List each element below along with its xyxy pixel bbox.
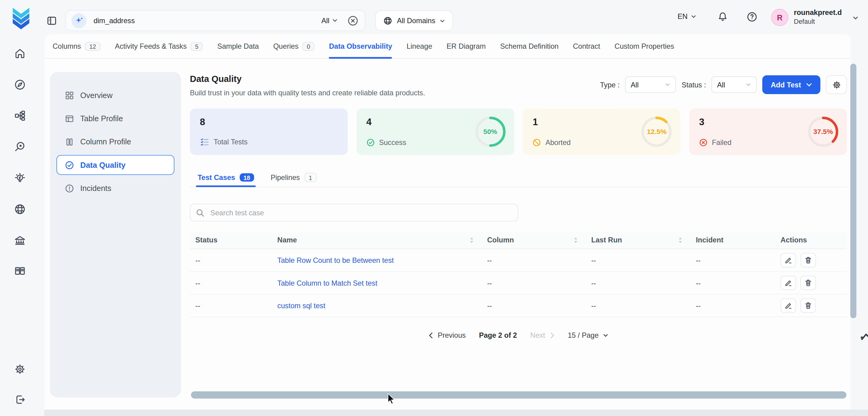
sidebar-toggle-icon[interactable] bbox=[46, 15, 57, 26]
help-icon[interactable] bbox=[747, 11, 757, 22]
test-cases-count-badge: 18 bbox=[239, 173, 254, 182]
sort-icon[interactable] bbox=[678, 236, 683, 243]
logout-icon[interactable] bbox=[14, 393, 26, 406]
search-icon bbox=[196, 208, 204, 217]
insights-icon[interactable] bbox=[14, 172, 26, 184]
user-avatar[interactable]: R bbox=[771, 9, 788, 26]
left-navigation-rail bbox=[0, 34, 40, 416]
sidenav-item-incidents[interactable]: Incidents bbox=[56, 178, 174, 198]
sidenav-item-data-quality[interactable]: Data Quality bbox=[56, 155, 174, 175]
glossary-icon[interactable] bbox=[14, 265, 26, 278]
top-bar: dim_address All All Domains EN bbox=[0, 0, 868, 34]
type-filter-label: Type : bbox=[600, 81, 619, 89]
horizontal-scrollbar[interactable] bbox=[191, 391, 846, 398]
table-icon bbox=[65, 114, 74, 123]
tab-contract[interactable]: Contract bbox=[573, 34, 600, 58]
edit-button[interactable] bbox=[781, 276, 796, 290]
tab-queries[interactable]: Queries0 bbox=[273, 34, 315, 58]
home-icon[interactable] bbox=[14, 47, 26, 60]
user-menu[interactable]: rounakpreet.d Default bbox=[794, 8, 842, 26]
test-case-link[interactable]: Table Column to Match Set test bbox=[277, 279, 377, 287]
clear-search-icon[interactable] bbox=[347, 15, 358, 26]
failed-card: 3 Failed 37.5% bbox=[689, 108, 847, 155]
type-filter-select[interactable]: All bbox=[625, 76, 676, 93]
test-case-link[interactable]: custom sql test bbox=[277, 301, 326, 310]
entity-page-card: Columns12 Activity Feeds & Tasks5 Sample… bbox=[44, 34, 850, 416]
pencil-icon bbox=[784, 302, 792, 310]
success-gauge: 50% bbox=[474, 116, 506, 148]
pencil-icon bbox=[784, 279, 792, 287]
sort-icon[interactable] bbox=[469, 236, 474, 243]
test-cases-table: Status Name Column Last Run Incident Act… bbox=[190, 231, 847, 317]
data-assets-icon[interactable] bbox=[14, 109, 26, 122]
chevron-down-icon bbox=[603, 332, 609, 338]
language-selector[interactable]: EN bbox=[678, 12, 696, 21]
tab-test-cases[interactable]: Test Cases 18 bbox=[198, 168, 254, 187]
test-list-tabs: Test Cases 18 Pipelines 1 bbox=[190, 168, 847, 187]
chevron-down-icon bbox=[806, 82, 812, 87]
all-domains-button[interactable]: All Domains bbox=[375, 11, 453, 31]
observability-side-nav: Overview Table Profile Column Profile Da… bbox=[50, 72, 181, 397]
status-filter-select[interactable]: All bbox=[711, 76, 757, 93]
search-scope-dropdown[interactable]: All bbox=[321, 17, 338, 25]
chevron-down-icon bbox=[665, 82, 670, 87]
notifications-bell-icon[interactable] bbox=[717, 11, 728, 22]
col-name: Name bbox=[272, 236, 482, 244]
settings-gear-button[interactable] bbox=[826, 75, 847, 94]
failed-x-icon bbox=[699, 138, 708, 147]
sidenav-item-table-profile[interactable]: Table Profile bbox=[56, 108, 174, 128]
success-card: 4 Success 50% bbox=[356, 108, 514, 155]
aborted-card: 1 Aborted 12.5% bbox=[523, 108, 680, 155]
table-row: -- Table Column to Match Set test -- -- … bbox=[190, 271, 847, 294]
explore-icon[interactable] bbox=[14, 78, 26, 91]
chevron-down-icon bbox=[332, 18, 338, 23]
domains-icon[interactable] bbox=[14, 203, 26, 215]
vertical-scrollbar[interactable] bbox=[850, 64, 857, 318]
columns-icon bbox=[65, 137, 74, 147]
search-test-case-input[interactable] bbox=[209, 208, 512, 218]
data-quality-content: Data Quality Build trust in your data wi… bbox=[190, 74, 847, 340]
aborted-slash-icon bbox=[533, 138, 541, 147]
sort-icon[interactable] bbox=[574, 236, 578, 243]
delete-button[interactable] bbox=[800, 253, 816, 267]
page-size-select[interactable]: 15 / Page bbox=[568, 331, 609, 339]
settings-icon[interactable] bbox=[14, 363, 26, 375]
col-column: Column bbox=[482, 236, 586, 244]
next-page-button[interactable]: Next bbox=[530, 331, 554, 339]
total-tests-card: 8 Total Tests bbox=[190, 108, 347, 155]
trash-icon bbox=[804, 279, 812, 287]
openmetadata-logo-icon[interactable] bbox=[11, 7, 31, 30]
governance-icon[interactable] bbox=[14, 235, 26, 247]
delete-button[interactable] bbox=[800, 276, 816, 290]
chevron-down-icon bbox=[691, 14, 696, 19]
test-case-link[interactable]: Table Row Count to be Between test bbox=[277, 256, 394, 264]
sidenav-item-overview[interactable]: Overview bbox=[56, 85, 174, 105]
tab-schema-definition[interactable]: Schema Definition bbox=[500, 34, 559, 58]
edit-button[interactable] bbox=[781, 298, 796, 313]
user-menu-chevron-icon[interactable] bbox=[852, 15, 859, 21]
check-circle-icon bbox=[65, 160, 74, 170]
delete-button[interactable] bbox=[800, 298, 816, 313]
observability-icon[interactable] bbox=[14, 141, 26, 153]
add-test-button[interactable]: Add Test bbox=[762, 75, 820, 94]
search-query-text: dim_address bbox=[93, 17, 135, 25]
tab-data-observability[interactable]: Data Observability bbox=[329, 34, 392, 58]
col-actions: Actions bbox=[775, 236, 847, 244]
tab-activity-feeds[interactable]: Activity Feeds & Tasks5 bbox=[115, 34, 203, 58]
test-case-search[interactable] bbox=[190, 204, 518, 221]
checklist-icon bbox=[200, 137, 209, 147]
previous-page-button[interactable]: Previous bbox=[428, 331, 466, 339]
tab-er-diagram[interactable]: ER Diagram bbox=[446, 34, 486, 58]
tab-pipelines[interactable]: Pipelines 1 bbox=[271, 168, 317, 187]
gear-icon bbox=[832, 80, 841, 90]
tab-sample-data[interactable]: Sample Data bbox=[217, 34, 259, 58]
tab-lineage[interactable]: Lineage bbox=[407, 34, 432, 58]
pencil-icon bbox=[784, 256, 792, 264]
tab-custom-properties[interactable]: Custom Properties bbox=[615, 34, 674, 58]
global-search-bar[interactable]: dim_address All bbox=[65, 10, 365, 31]
filter-controls: Type : All Status : All Add Test bbox=[600, 75, 847, 94]
edit-button[interactable] bbox=[781, 253, 796, 267]
sidenav-item-column-profile[interactable]: Column Profile bbox=[56, 132, 174, 152]
alert-circle-icon bbox=[65, 184, 74, 193]
tab-columns[interactable]: Columns12 bbox=[53, 34, 100, 58]
